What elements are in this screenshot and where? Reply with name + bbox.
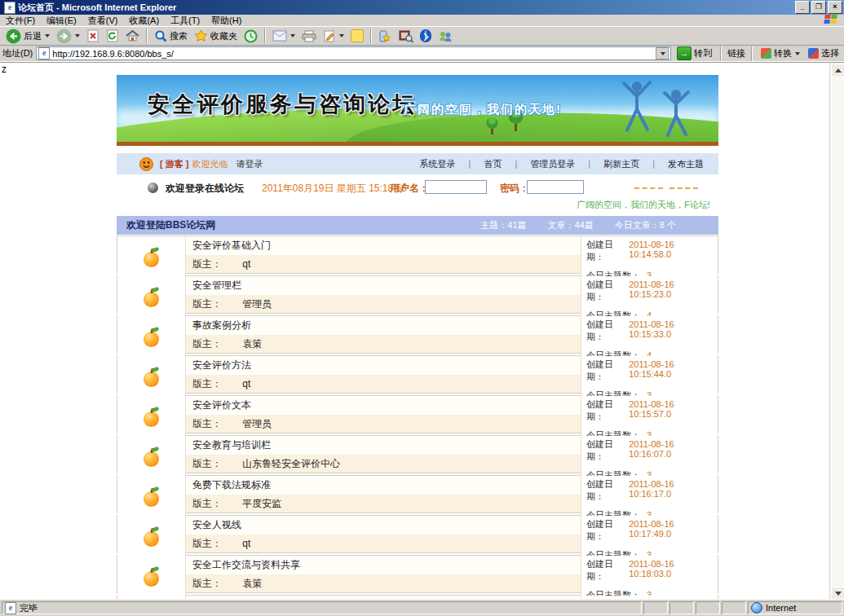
menu-bar: 文件(F)编辑(E)查看(V)收藏(A)工具(T)帮助(H)	[0, 15, 844, 27]
book-magnifier-icon	[399, 29, 413, 43]
mail-button[interactable]	[270, 29, 298, 42]
menu-item[interactable]: 文件(F)	[0, 15, 41, 27]
forum-moderator-line: 版主： qt	[186, 255, 581, 273]
orange-fruit-icon	[144, 451, 159, 467]
moderator-label: 版主：	[192, 418, 222, 429]
password-label: 密码：	[500, 182, 529, 196]
forum-row: 安全人视线 版主： qt 创建日期： 2011-08-16 10:17:49.0	[117, 515, 718, 553]
created-label: 创建日期：	[586, 319, 629, 343]
forum-main-cell: 安全评价文本 版主： 管理员	[186, 396, 581, 442]
login-prompt-link[interactable]: 请登录	[236, 158, 263, 170]
favorites-button[interactable]: 收藏夹	[192, 29, 240, 43]
forum-title-link[interactable]: 安全评价文本	[186, 396, 581, 415]
forum-info-cell: 创建日期： 2011-08-16 10:15:23.0 今日主题数： 4	[581, 276, 718, 322]
moderator-label: 版主：	[192, 298, 222, 310]
notes-button[interactable]	[348, 29, 366, 43]
forum-main-cell: 事故案例分析 版主： 袁策	[186, 316, 581, 362]
forum-info-cell: 创建日期： 2011-08-16 10:16:07.0 今日主题数： 3	[581, 436, 718, 482]
banner-strip	[117, 142, 718, 146]
forum-title-link[interactable]: 安全教育与培训栏	[186, 436, 581, 455]
created-value: 2011-08-16 10:17:49.0	[629, 519, 714, 539]
forum-list: 安全评价基础入门 版主： qt 创建日期： 2011-08-16 10:14:5…	[117, 235, 718, 601]
menu-item[interactable]: 帮助(H)	[205, 15, 247, 27]
links-label[interactable]: 链接	[727, 47, 745, 59]
refresh-button[interactable]	[104, 29, 122, 43]
scrollbar-thumb[interactable]	[831, 77, 844, 587]
forum-title-link[interactable]: 安全工作交流与资料共享	[186, 556, 581, 574]
messenger-button[interactable]	[435, 29, 455, 43]
forum-moderator-line: 版主： 袁策	[186, 574, 581, 592]
minimize-button[interactable]: _	[795, 1, 810, 14]
print-button[interactable]	[299, 29, 319, 43]
username-input[interactable]	[425, 180, 487, 194]
select-button[interactable]: 选择	[806, 46, 842, 60]
convert-button[interactable]: 转换	[758, 46, 802, 60]
board-stats: 主题：41篇文章：44篇今日文章：8 个	[480, 219, 676, 231]
page-viewport: z 安全评价服务与咨询论坛 广阔的空间，我们的天地!	[0, 62, 844, 601]
title-bar: e 论坛首页 - Microsoft Internet Explorer _ ❐…	[0, 0, 844, 15]
go-button[interactable]: → 转到	[674, 46, 714, 60]
board-stat: 文章：44篇	[548, 219, 594, 231]
board-header: 欢迎登陆BBS论坛网 主题：41篇文章：44篇今日文章：8 个	[117, 216, 718, 235]
moderator-name: 山东鲁轻安全评价中心	[242, 458, 340, 469]
forward-button[interactable]	[54, 28, 82, 45]
close-button[interactable]: ×	[828, 1, 842, 14]
created-label: 创建日期：	[586, 359, 629, 383]
forum-moderator-line: 版主： qt	[186, 535, 581, 552]
addon-research-button[interactable]	[396, 29, 416, 44]
forum-row: 安全评价基础入门 版主： qt 创建日期： 2011-08-16 10:14:5…	[117, 235, 718, 274]
status-message-pane: e 完毕	[2, 601, 642, 614]
ie-page-icon: e	[38, 47, 50, 59]
forum-main-cell: 安全管理栏 版主： 管理员	[186, 276, 581, 322]
forum-title-link[interactable]: 安全管理栏	[186, 276, 581, 295]
nav-link[interactable]: 发布主题	[646, 158, 710, 170]
forum-row: 安全评价文本 版主： 管理员 创建日期： 2011-08-16 10:15:57…	[117, 395, 718, 433]
vertical-scrollbar[interactable]	[829, 63, 844, 601]
welcome-row: 欢迎登录在线论坛 2011年08月19日 星期五 15:18:56 用户名： 密…	[117, 174, 718, 213]
forum-info-cell: 创建日期： 2011-08-16 10:15:33.0 今日主题数： 4	[581, 316, 718, 362]
password-input[interactable]	[527, 180, 584, 194]
edit-button[interactable]	[320, 29, 347, 43]
addon-star-button[interactable]	[376, 29, 395, 44]
address-label: 地址(D)	[2, 47, 33, 59]
nav-link[interactable]: 管理员登录	[508, 158, 581, 170]
banner-subtitle: 广阔的空间，我们的天地!	[404, 102, 562, 117]
forum-title-link[interactable]: 事故案例分析	[186, 316, 581, 335]
nav-link[interactable]: 刷新主页	[581, 158, 646, 170]
forum-row: 事故案例分析 版主： 袁策 创建日期： 2011-08-16 10:15:33.…	[117, 315, 718, 354]
forum-icon-cell	[117, 556, 186, 601]
menu-item[interactable]: 查看(V)	[82, 15, 124, 27]
smiley-icon	[139, 157, 153, 171]
address-dropdown[interactable]	[656, 47, 669, 59]
home-button[interactable]	[123, 29, 142, 43]
scroll-up-button[interactable]	[831, 64, 844, 77]
forum-title-link[interactable]: 免费下载法规标准	[186, 476, 581, 495]
moderator-label: 版主：	[192, 458, 222, 469]
back-icon	[6, 29, 21, 44]
restore-button[interactable]: ❐	[811, 1, 826, 14]
menu-item[interactable]: 工具(T)	[165, 15, 205, 27]
nav-link[interactable]: 系统登录	[413, 158, 462, 170]
windows-logo-icon	[824, 15, 838, 24]
forum-title-link[interactable]: 安全评价基础入门	[186, 236, 581, 255]
forum-title-link[interactable]: 安全评价方法	[186, 356, 581, 375]
page-content: 安全评价服务与咨询论坛 广阔的空间，我们的天地! [ 游客 ] 欢迎光临 请登录…	[117, 63, 718, 601]
bluetooth-button[interactable]	[418, 29, 434, 43]
search-button[interactable]: 搜索	[152, 29, 190, 43]
history-button[interactable]	[241, 29, 260, 44]
menu-item[interactable]: 编辑(E)	[41, 15, 82, 27]
back-button[interactable]: 后退	[3, 28, 52, 45]
forum-title-link[interactable]: 安全人视线	[186, 516, 581, 535]
menu-item[interactable]: 收藏(A)	[123, 15, 165, 27]
browser-toolbar: 后退 搜索 收藏夹	[0, 27, 844, 46]
nav-link[interactable]: 首页	[462, 158, 509, 170]
moderator-name: qt	[242, 378, 250, 389]
forum-moderator-line: 版主： 平度安监	[186, 495, 581, 513]
stray-text: z	[2, 64, 7, 75]
created-label: 创建日期：	[586, 398, 629, 423]
created-value: 2011-08-16 10:15:44.0	[629, 359, 714, 379]
stop-button[interactable]	[84, 29, 102, 43]
convert-icon	[761, 48, 771, 59]
address-input[interactable]: e http://192.168.9.6:8080/bbs_s/	[36, 46, 671, 60]
ie-page-icon: e	[5, 602, 16, 614]
